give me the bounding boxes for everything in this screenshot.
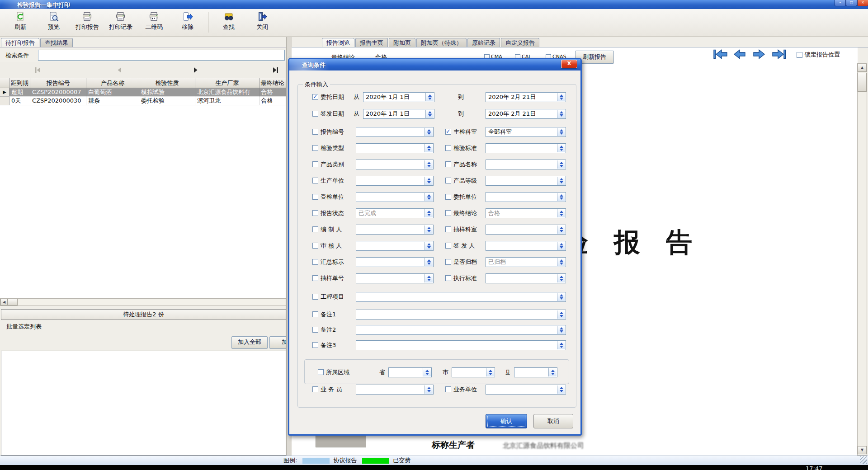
filter-combo[interactable]	[356, 143, 434, 153]
filter-combo[interactable]	[356, 176, 434, 186]
spinner-icon[interactable]	[557, 177, 565, 185]
date-to-field[interactable]: 2020年 2月 21日	[486, 109, 566, 119]
filter-checkbox[interactable]	[312, 327, 318, 333]
filter-checkbox[interactable]	[312, 243, 318, 249]
filter-checkbox[interactable]	[312, 342, 318, 348]
filter-combo[interactable]	[486, 176, 566, 186]
tab-报告主页[interactable]: 报告主页	[355, 38, 388, 47]
filter-checkbox[interactable]	[445, 226, 451, 232]
spinner-icon[interactable]	[557, 160, 565, 169]
spinner-icon[interactable]	[557, 310, 565, 319]
confirm-button[interactable]: 确认	[486, 414, 527, 428]
prev-page-button[interactable]	[731, 48, 747, 60]
filter-combo[interactable]	[486, 160, 566, 169]
date-to-field[interactable]: 2020年 2月 21日	[486, 92, 566, 102]
filter-combo[interactable]	[356, 241, 434, 251]
spinner-icon[interactable]	[557, 110, 565, 118]
filter-combo[interactable]: 全部科室	[486, 127, 566, 137]
next-page-button[interactable]	[752, 48, 767, 60]
spinner-icon[interactable]	[557, 209, 565, 217]
filter-combo[interactable]	[486, 273, 566, 283]
spinner-icon[interactable]	[425, 110, 434, 118]
filter-checkbox[interactable]	[445, 178, 451, 183]
spinner-icon[interactable]	[425, 258, 433, 266]
filter-combo[interactable]	[356, 292, 566, 302]
spinner-icon[interactable]	[425, 93, 434, 101]
filter-combo[interactable]: 合格	[486, 208, 566, 218]
filter-checkbox[interactable]	[445, 243, 451, 249]
date-filter-checkbox[interactable]	[312, 94, 318, 100]
filter-checkbox[interactable]	[445, 145, 451, 151]
filter-combo[interactable]: 已归档	[486, 257, 566, 267]
last-page-button[interactable]	[771, 48, 787, 60]
scroll-up-button[interactable]: ▲	[858, 64, 867, 72]
spinner-icon[interactable]	[557, 242, 565, 250]
filter-checkbox[interactable]	[312, 194, 318, 200]
filter-checkbox[interactable]	[445, 386, 451, 392]
spinner-icon[interactable]	[557, 258, 565, 266]
tab-原始记录[interactable]: 原始记录	[467, 38, 500, 47]
filter-combo[interactable]	[486, 241, 566, 251]
spinner-icon[interactable]	[557, 293, 565, 301]
filter-checkbox[interactable]	[312, 275, 318, 281]
filter-checkbox[interactable]	[445, 210, 451, 216]
scroll-down-button[interactable]: ▼	[858, 446, 867, 454]
filter-combo[interactable]	[356, 192, 434, 202]
filter-combo[interactable]	[356, 160, 434, 169]
filter-checkbox[interactable]	[312, 129, 318, 135]
spinner-icon[interactable]	[425, 193, 433, 201]
filter-checkbox[interactable]	[312, 259, 318, 265]
cancel-button[interactable]: 取消	[533, 414, 573, 428]
date-filter-checkbox[interactable]	[312, 111, 318, 117]
filter-checkbox[interactable]	[445, 129, 451, 135]
filter-checkbox[interactable]	[445, 259, 451, 265]
spinner-icon[interactable]	[425, 160, 433, 169]
filter-checkbox[interactable]	[312, 178, 318, 183]
lock-report-position[interactable]: 锁定报告位置	[797, 51, 840, 59]
spinner-icon[interactable]	[557, 385, 565, 394]
filter-checkbox[interactable]	[312, 386, 318, 392]
spinner-icon[interactable]	[425, 177, 433, 185]
filter-combo[interactable]	[486, 225, 566, 235]
filter-combo[interactable]: 已完成	[356, 208, 434, 218]
filter-checkbox[interactable]	[445, 161, 451, 167]
tab-报告浏览[interactable]: 报告浏览	[322, 38, 354, 47]
spinner-icon[interactable]	[425, 226, 433, 234]
spinner-icon[interactable]	[557, 93, 565, 101]
filter-combo[interactable]	[486, 385, 566, 395]
first-page-button[interactable]	[713, 48, 728, 60]
spinner-icon[interactable]	[425, 274, 433, 282]
filter-combo[interactable]	[356, 310, 566, 320]
spinner-icon[interactable]	[425, 209, 433, 217]
spinner-icon[interactable]	[425, 385, 433, 394]
resize-grip[interactable]	[860, 456, 867, 464]
preview-scrollbar-thumb[interactable]	[316, 435, 366, 447]
dialog-close-button[interactable]: X	[561, 60, 577, 68]
filter-combo[interactable]	[486, 192, 566, 202]
filter-checkbox[interactable]	[312, 294, 318, 300]
lock-checkbox[interactable]	[797, 52, 802, 58]
scrollbar-thumb[interactable]	[858, 73, 867, 92]
filter-checkbox[interactable]	[312, 161, 318, 167]
spinner-icon[interactable]	[557, 193, 565, 201]
spinner-icon[interactable]	[557, 144, 565, 152]
filter-checkbox[interactable]	[445, 275, 451, 281]
filter-checkbox[interactable]	[312, 145, 318, 151]
filter-checkbox[interactable]	[312, 210, 318, 216]
filter-combo[interactable]	[356, 325, 566, 335]
filter-checkbox[interactable]	[312, 311, 318, 317]
spinner-icon[interactable]	[425, 128, 433, 136]
tab-附加页[interactable]: 附加页	[389, 38, 415, 47]
spinner-icon[interactable]	[425, 144, 433, 152]
filter-combo[interactable]	[356, 127, 434, 137]
date-from-field[interactable]: 2020年 1月 1日	[363, 92, 434, 102]
filter-combo[interactable]	[486, 143, 566, 153]
date-from-field[interactable]: 2020年 1月 1日	[363, 109, 434, 119]
spinner-icon[interactable]	[557, 226, 565, 234]
spinner-icon[interactable]	[557, 128, 565, 136]
filter-combo[interactable]	[356, 385, 434, 395]
spinner-icon[interactable]	[425, 242, 433, 250]
tab-自定义报告[interactable]: 自定义报告	[501, 38, 539, 47]
filter-combo[interactable]	[356, 225, 434, 235]
spinner-icon[interactable]	[557, 341, 565, 349]
